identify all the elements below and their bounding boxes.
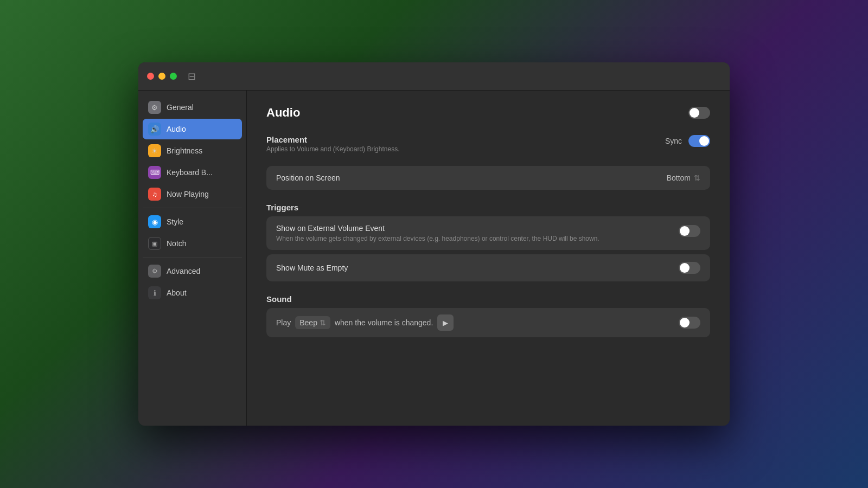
sidebar-item-keyboard[interactable]: ⌨ Keyboard B...: [143, 162, 242, 183]
sync-row: Sync: [665, 135, 710, 147]
play-label: Play: [276, 318, 291, 327]
position-select[interactable]: Bottom ⇅: [667, 174, 700, 182]
sidebar-label-brightness: Brightness: [167, 146, 202, 155]
sidebar-item-style[interactable]: ◉ Style: [143, 211, 242, 232]
sound-option: Beep: [299, 318, 317, 327]
sidebar-item-brightness[interactable]: ☀ Brightness: [143, 140, 242, 161]
maximize-button[interactable]: [170, 73, 177, 80]
main-toggle[interactable]: [688, 107, 710, 119]
show-on-external-text: Show on External Volume Event When the v…: [276, 224, 670, 242]
advanced-icon: ⚙: [148, 265, 161, 278]
brightness-icon: ☀: [148, 144, 161, 157]
triggers-label: Triggers: [266, 203, 710, 212]
play-icon: ▶: [443, 319, 448, 327]
show-mute-toggle[interactable]: [679, 262, 700, 274]
sound-section: Sound Play Beep ⇅ when the volume is cha…: [266, 294, 710, 337]
show-external-toggle[interactable]: [679, 225, 700, 237]
sidebar-item-notch[interactable]: ▣ Notch: [143, 233, 242, 254]
sidebar-label-audio: Audio: [167, 125, 186, 133]
show-on-external-card: Show on External Volume Event When the v…: [266, 216, 710, 250]
sidebar-divider-2: [143, 257, 242, 258]
show-external-label: Show on External Volume Event: [276, 224, 670, 233]
placement-label: Placement: [266, 135, 399, 144]
sidebar-divider: [143, 208, 242, 208]
show-mute-toggle-knob: [680, 263, 690, 273]
app-window: ⊟ ⚙ General 🔊 Audio ☀ Brightness: [138, 62, 730, 426]
placement-left: Placement Applies to Volume and (Keyboar…: [266, 135, 399, 159]
placement-sublabel: Applies to Volume and (Keyboard) Brightn…: [266, 145, 399, 153]
sound-toggle-knob: [680, 318, 690, 328]
notch-icon: ▣: [148, 237, 161, 250]
position-value: Bottom: [667, 174, 691, 182]
sidebar: ⚙ General 🔊 Audio ☀ Brightness ⌨: [138, 91, 247, 426]
sync-toggle[interactable]: [688, 135, 710, 147]
minimize-button[interactable]: [158, 73, 165, 80]
show-mute-label: Show Mute as Empty: [276, 264, 348, 272]
sound-select-arrows: ⇅: [320, 318, 326, 327]
nowplaying-icon: ♫: [148, 188, 161, 201]
sidebar-toggle-icon[interactable]: ⊟: [188, 72, 196, 81]
main-content: Audio Placement Applies to Volume and (K…: [247, 91, 730, 426]
position-row: Position on Screen Bottom ⇅: [266, 166, 710, 190]
style-icon: ◉: [148, 215, 161, 228]
about-icon: ℹ: [148, 286, 161, 299]
sidebar-label-about: About: [167, 288, 187, 297]
sidebar-item-general[interactable]: ⚙ General: [143, 97, 242, 118]
main-header: Audio: [266, 106, 710, 120]
sidebar-item-about[interactable]: ℹ About: [143, 282, 242, 303]
sound-row: Play Beep ⇅ when the volume is changed. …: [266, 308, 710, 337]
general-icon: ⚙: [148, 101, 161, 114]
placement-section: Placement Applies to Volume and (Keyboar…: [266, 135, 710, 190]
title-bar: ⊟: [138, 62, 730, 91]
sidebar-label-advanced: Advanced: [167, 267, 200, 275]
sidebar-item-nowplaying[interactable]: ♫ Now Playing: [143, 184, 242, 204]
sound-select[interactable]: Beep ⇅: [295, 316, 330, 329]
sidebar-item-advanced[interactable]: ⚙ Advanced: [143, 261, 242, 281]
keyboard-icon: ⌨: [148, 166, 161, 179]
sound-toggle[interactable]: [679, 317, 700, 329]
audio-icon: 🔊: [148, 123, 161, 136]
sync-label: Sync: [665, 137, 682, 145]
content-area: ⚙ General 🔊 Audio ☀ Brightness ⌨: [138, 91, 730, 426]
chevron-updown-icon: ⇅: [694, 174, 700, 182]
play-button[interactable]: ▶: [437, 314, 454, 331]
triggers-section: Triggers Show on External Volume Event W…: [266, 203, 710, 281]
show-external-description: When the volume gets changed by external…: [276, 235, 670, 242]
placement-header: Placement Applies to Volume and (Keyboar…: [266, 135, 710, 159]
sidebar-label-style: Style: [167, 217, 183, 226]
position-label: Position on Screen: [276, 174, 340, 182]
sidebar-label-nowplaying: Now Playing: [167, 190, 209, 198]
when-label: when the volume is changed.: [335, 318, 433, 327]
main-toggle-knob: [690, 108, 699, 118]
page-title: Audio: [266, 106, 300, 120]
close-button[interactable]: [147, 73, 154, 80]
sync-toggle-knob: [699, 136, 709, 146]
sidebar-label-general: General: [167, 103, 194, 112]
sidebar-item-audio[interactable]: 🔊 Audio: [143, 119, 242, 139]
sound-label: Sound: [266, 294, 710, 304]
sidebar-label-keyboard: Keyboard B...: [167, 168, 213, 177]
sidebar-label-notch: Notch: [167, 239, 187, 248]
show-mute-card: Show Mute as Empty: [266, 254, 710, 281]
sound-row-left: Play Beep ⇅ when the volume is changed. …: [276, 314, 454, 331]
show-external-toggle-knob: [680, 226, 690, 236]
